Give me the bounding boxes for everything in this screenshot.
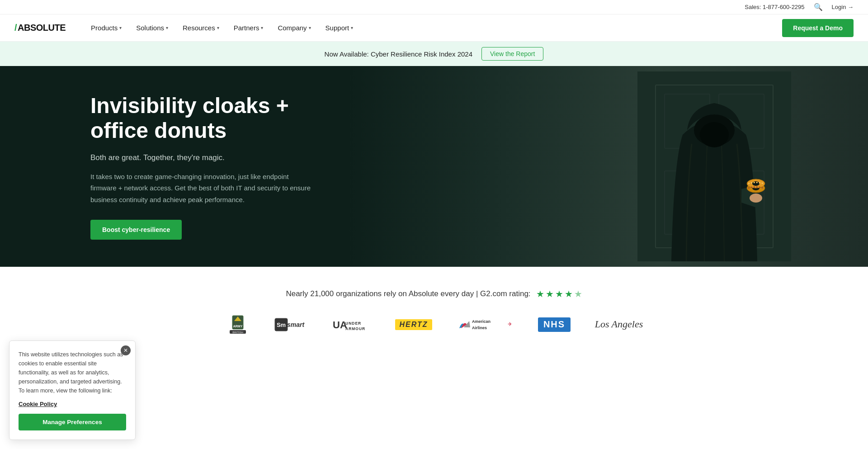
nav-cta: Request a Demo	[782, 19, 854, 37]
svg-point-9	[750, 194, 762, 203]
client-logos-row: ARMY BRITISH Sm smart UA UNDER ARMOUR	[14, 314, 854, 336]
nav-items: Products ▾ Solutions ▾ Resources ▾ Partn…	[84, 14, 782, 42]
logo-slash: /	[14, 23, 17, 33]
hero-subtitle: Both are great. Together, they're magic.	[90, 152, 316, 164]
logo-nhs: NHS	[536, 314, 572, 336]
svg-text:smart: smart	[287, 321, 305, 328]
svg-text:UNDER: UNDER	[345, 321, 361, 326]
announcement-text: Now Available: Cyber Resilience Risk Ind…	[325, 50, 472, 58]
request-demo-button[interactable]: Request a Demo	[782, 19, 854, 37]
logo-smart: Sm smart	[273, 314, 309, 336]
star-half: ★	[574, 288, 582, 299]
chevron-down-icon: ▾	[351, 25, 353, 30]
star-1: ★	[536, 288, 544, 299]
hooded-figure-illustration	[637, 71, 791, 261]
nav-item-products[interactable]: Products ▾	[84, 14, 129, 42]
cookie-close-button[interactable]: ✕	[121, 345, 131, 354]
logo-british-army: ARMY BRITISH	[224, 314, 251, 336]
sales-phone: Sales: 1-877-600-2295	[745, 4, 804, 10]
svg-text:ARMOUR: ARMOUR	[345, 326, 365, 331]
login-link[interactable]: Login →	[832, 4, 854, 10]
chevron-down-icon: ▾	[217, 25, 219, 30]
svg-text:ARMY: ARMY	[233, 325, 243, 328]
hero-content: Invisibility cloaks + office donuts Both…	[0, 66, 316, 267]
logo-los-angeles: Los Angeles	[594, 314, 644, 336]
hero-section: Invisibility cloaks + office donuts Both…	[0, 66, 868, 267]
logo-under-armour: UA UNDER ARMOUR	[331, 314, 372, 336]
hero-figure	[597, 66, 832, 267]
hero-title: Invisibility cloaks + office donuts	[90, 93, 316, 143]
svg-text:✈: ✈	[508, 321, 512, 327]
main-nav: /ABSOLUTE Products ▾ Solutions ▾ Resourc…	[0, 14, 868, 42]
top-bar: Sales: 1-877-600-2295 🔍 Login →	[0, 0, 868, 14]
site-logo[interactable]: /ABSOLUTE	[14, 23, 66, 33]
boost-cyber-resilience-button[interactable]: Boost cyber-resilience	[90, 220, 182, 240]
chevron-down-icon: ▾	[309, 25, 311, 30]
star-rating: ★ ★ ★ ★ ★	[536, 288, 582, 299]
svg-point-8	[700, 122, 729, 147]
chevron-down-icon: ▾	[166, 25, 168, 30]
svg-text:Airlines: Airlines	[472, 326, 487, 330]
view-report-button[interactable]: View the Report	[481, 47, 543, 61]
cookie-body-text: This website utilizes technologies such …	[19, 350, 126, 354]
svg-text:American: American	[472, 319, 491, 324]
svg-text:NHS: NHS	[543, 319, 565, 329]
svg-point-13	[752, 181, 760, 186]
svg-text:BRITISH: BRITISH	[232, 331, 243, 334]
social-proof-text: Nearly 21,000 organizations rely on Abso…	[14, 288, 854, 299]
logo-hertz: HERTZ	[393, 314, 434, 336]
star-4: ★	[565, 288, 573, 299]
nav-item-support[interactable]: Support ▾	[318, 14, 361, 42]
nav-item-resources[interactable]: Resources ▾	[175, 14, 226, 42]
nav-item-solutions[interactable]: Solutions ▾	[129, 14, 175, 42]
hero-body: It takes two to create game-changing inn…	[90, 171, 316, 206]
star-2: ★	[546, 288, 554, 299]
nav-item-partners[interactable]: Partners ▾	[226, 14, 271, 42]
chevron-down-icon: ▾	[261, 25, 263, 30]
nav-item-company[interactable]: Company ▾	[270, 14, 318, 42]
search-icon[interactable]: 🔍	[814, 3, 823, 11]
svg-text:Sm: Sm	[277, 321, 286, 328]
logo-american-airlines: American Airlines ✈	[456, 314, 514, 336]
cookie-consent-banner: ✕ This website utilizes technologies suc…	[9, 340, 136, 354]
announcement-bar: Now Available: Cyber Resilience Risk Ind…	[0, 42, 868, 66]
logo-text: ABSOLUTE	[18, 23, 66, 33]
star-3: ★	[555, 288, 563, 299]
svg-text:Los Angeles: Los Angeles	[594, 318, 643, 330]
svg-text:HERTZ: HERTZ	[399, 321, 428, 328]
chevron-down-icon: ▾	[119, 25, 122, 30]
